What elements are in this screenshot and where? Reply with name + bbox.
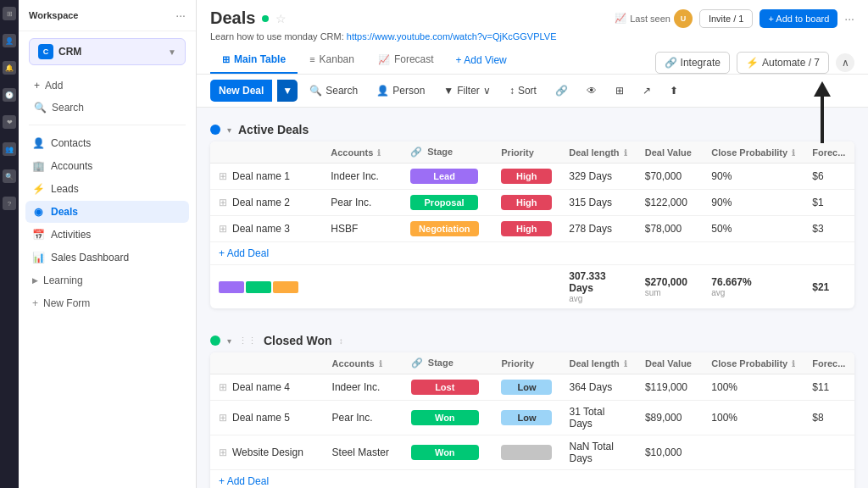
deal-name: Deal name 2 [232,197,290,208]
table-row: ⊞ Deal name 5 Pear Inc. Won Low 31 Total… [210,401,854,435]
person-button[interactable]: 👤 Person [370,80,431,101]
stage-cell: Won [403,435,493,470]
drag-handle-icon[interactable]: ⋮⋮ [238,336,257,347]
sidebar-item-leads[interactable]: ⚡ Leads [25,178,189,200]
star-icon[interactable]: ☆ [275,12,287,25]
add-deal-row-active[interactable]: + Add Deal [210,242,854,265]
sidebar-item-activities[interactable]: 📅 Activities [25,224,189,246]
deal-name: Deal name 4 [232,381,290,393]
row-expand-icon[interactable]: ⊞ [219,197,227,208]
tab-forecast[interactable]: 📈 Forecast [366,47,446,74]
expand-button[interactable]: ↗ [636,80,658,101]
columns-button[interactable]: ⊞ [609,80,631,101]
stage-badge: Won [411,445,479,460]
arrow-head-icon [814,81,831,97]
accounts-info-icon-cw[interactable]: ℹ [379,359,382,369]
tab-add-view[interactable]: + Add View [446,47,517,73]
stage-cell: Lead [402,164,492,190]
invite-button[interactable]: Invite / 1 [699,9,754,28]
sidebar-item-contacts[interactable]: 👤 Contacts [25,132,189,154]
add-to-board-button[interactable]: + Add to board [760,9,837,28]
row-expand-icon[interactable]: ⊞ [219,170,227,182]
sidebar-item-new-form[interactable]: + New Form [25,292,189,314]
activities-label: Activities [51,229,91,241]
leads-label: Leads [51,183,79,195]
closed-won-dot [210,336,220,346]
collapse-button[interactable]: ∧ [836,53,854,72]
leads-icon: ⚡ [32,183,44,195]
th-deal-length-active: Deal length ℹ [560,141,637,164]
tabs-and-actions-row: ⊞ Main Table ≡ Kanban 📈 Forecast + Add V… [210,47,854,74]
crm-selector[interactable]: C CRM ▼ [29,38,186,65]
search-icon[interactable]: 🔍 [3,169,16,183]
active-deals-name[interactable]: Active Deals [238,123,309,136]
header-more-icon[interactable]: ··· [844,12,854,25]
bell-icon[interactable]: 🔔 [3,61,16,75]
filter-button[interactable]: ▼ Filter ∨ [437,80,498,101]
closed-won-toggle[interactable]: ▾ [227,336,231,346]
new-deal-button[interactable]: New Deal [210,80,272,102]
row-expand-icon[interactable]: ⊞ [219,446,227,458]
page-title: Deals [210,8,255,28]
stage-badge: Lost [411,380,479,395]
heart-icon[interactable]: ❤ [3,115,16,129]
sidebar-divider [29,125,186,125]
closed-won-name[interactable]: Closed Won [264,334,332,347]
link-button[interactable]: 🔗 [548,80,575,101]
filter-label: Filter [457,85,480,97]
add-action[interactable]: + Add [29,75,186,96]
add-deal-label[interactable]: + Add Deal [210,242,854,265]
sidebar-more-icon[interactable]: ··· [175,8,186,22]
row-expand-icon[interactable]: ⊞ [219,412,227,424]
stage-col-label: Stage [427,147,453,157]
integrate-button[interactable]: 🔗 Integrate [655,52,730,74]
add-deal-label-cw[interactable]: + Add Deal [210,470,854,489]
sidebar-item-sales-dashboard[interactable]: 📊 Sales Dashboard [25,247,189,269]
share-button[interactable]: ⬆ [663,80,685,101]
accounts-label: Accounts [51,160,92,172]
tab-kanban[interactable]: ≡ Kanban [298,47,366,74]
close-prob-cell: 90% [703,190,804,216]
stage-link-icon-cw: 🔗 [411,358,423,368]
accounts-cell: Indeer Inc. [324,374,403,401]
close-prob-cell: 90% [703,164,804,190]
th-deal-length-cw: Deal length ℹ [560,352,636,374]
search-button[interactable]: 🔍 Search [303,80,364,101]
integrate-icon: 🔗 [665,57,677,69]
question-icon[interactable]: ? [3,197,16,210]
row-expand-icon[interactable]: ⊞ [219,381,227,393]
close-prob-info-cw[interactable]: ℹ [792,359,795,369]
active-deals-toggle[interactable]: ▾ [227,125,231,135]
deals-label: Deals [51,206,78,218]
forecast-cell: $6 [804,164,854,190]
sidebar-item-deals[interactable]: ◉ Deals [25,201,189,223]
crm-chevron-icon: ▼ [168,47,176,57]
accounts-info-icon[interactable]: ℹ [377,148,381,158]
search-toolbar-label: Search [326,85,358,97]
deal-value-cell: $122,000 [637,190,704,216]
eye-button[interactable]: 👁 [580,80,604,101]
sidebar-item-learning[interactable]: ▶ Learning [25,269,189,291]
search-action-label: Search [52,102,84,114]
row-expand-icon[interactable]: ⊞ [219,223,227,235]
automate-button[interactable]: ⚡ Automate / 7 [737,52,829,74]
add-board-label: + Add to board [768,14,829,24]
grid-icon[interactable]: ⊞ [3,7,16,20]
deal-value-cell: $89,000 [637,401,703,435]
deal-length-cell: NaN Total Days [560,435,636,470]
priority-cell: High [492,216,560,242]
tab-main-table[interactable]: ⊞ Main Table [210,47,298,74]
sort-button[interactable]: ↕ Sort [503,80,543,101]
search-action[interactable]: 🔍 Search [29,97,186,118]
sidebar-item-accounts[interactable]: 🏢 Accounts [25,155,189,177]
person-icon[interactable]: 👤 [3,34,16,47]
clock-icon[interactable]: 🕐 [3,88,16,102]
close-prob-info-icon[interactable]: ℹ [792,148,795,158]
new-deal-arrow-button[interactable]: ▼ [277,80,298,102]
users-icon[interactable]: 👥 [3,142,16,156]
deal-length-info-icon[interactable]: ℹ [624,148,627,158]
th-accounts-cw: Accounts ℹ [324,352,403,374]
tutorial-link[interactable]: https://www.youtube.com/watch?v=QjKcGGVP… [347,31,557,42]
add-deal-row-cw[interactable]: + Add Deal [210,470,854,489]
deal-length-info-cw[interactable]: ℹ [624,359,627,369]
